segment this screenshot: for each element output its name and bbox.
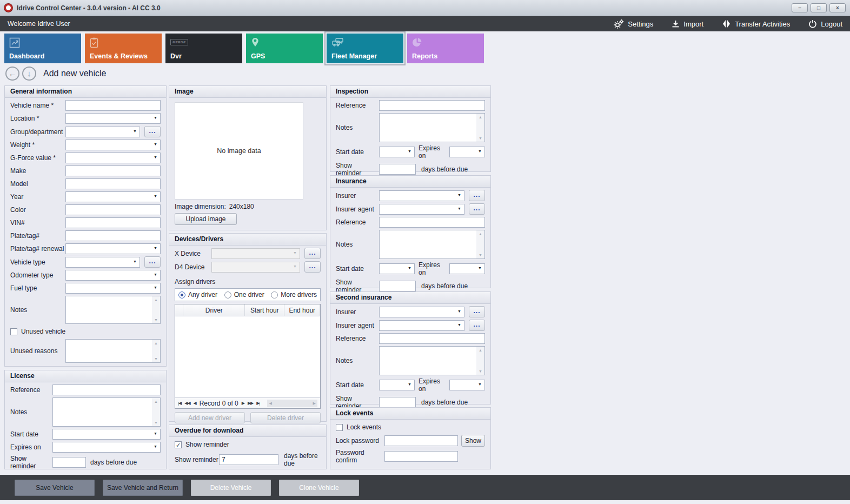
tab-reports[interactable]: Reports	[407, 34, 484, 63]
next-page-button[interactable]: ▶▶	[248, 401, 253, 406]
second-insurance-reference-field[interactable]	[379, 333, 485, 344]
tab-gps[interactable]: GPS	[246, 34, 323, 63]
lock-password-field[interactable]	[384, 435, 458, 446]
radio-more-drivers[interactable]: More drivers	[271, 291, 317, 299]
odometer-type-dropdown[interactable]	[65, 270, 161, 281]
vehicle-name-field[interactable]	[65, 100, 161, 111]
scrollbar[interactable]: ▲▼	[476, 114, 484, 142]
vehicle-type-browse-button[interactable]: ...	[144, 256, 161, 268]
year-dropdown[interactable]	[65, 191, 161, 202]
insurer-agent-dropdown[interactable]	[379, 204, 464, 215]
scroll-down-icon[interactable]: ▼	[154, 357, 158, 361]
scrollbar[interactable]: ▲▼	[476, 347, 484, 375]
weight-dropdown[interactable]	[65, 140, 161, 150]
license-expires-dropdown[interactable]	[52, 442, 161, 453]
radio-one-driver[interactable]: One driver	[224, 291, 264, 299]
scroll-down-icon[interactable]: ▼	[479, 136, 482, 140]
scroll-down-icon[interactable]: ▼	[154, 318, 158, 322]
lock-events-checkbox[interactable]	[336, 424, 343, 431]
add-new-driver-button[interactable]: Add new driver	[175, 412, 245, 423]
vehicle-type-dropdown[interactable]	[65, 257, 140, 268]
save-vehicle-return-button[interactable]: Save Vehicle and Return	[103, 480, 183, 496]
prev-page-button[interactable]: ◀◀	[184, 401, 190, 406]
model-field[interactable]	[65, 178, 161, 189]
inspection-reminder-field[interactable]	[379, 164, 416, 175]
logout-button[interactable]: Logout	[808, 19, 842, 28]
tab-fleet-manager[interactable]: Fleet Manager	[327, 34, 403, 63]
scroll-up-icon[interactable]: ▲	[154, 400, 158, 403]
color-field[interactable]	[65, 204, 161, 215]
scroll-up-icon[interactable]: ▲	[479, 115, 482, 119]
location-dropdown[interactable]	[65, 113, 161, 124]
scroll-up-icon[interactable]: ▲	[479, 232, 482, 236]
x-device-browse-button[interactable]: ...	[304, 248, 321, 259]
tab-dvr[interactable]: MERGE Dvr	[165, 34, 242, 63]
inspection-reference-field[interactable]	[379, 100, 485, 111]
last-record-button[interactable]: ▶|	[256, 401, 260, 406]
inspection-expires-dropdown[interactable]	[449, 147, 485, 157]
plate-tag-field[interactable]	[65, 230, 161, 241]
license-notes-textarea[interactable]: ▲▼	[52, 397, 161, 427]
unused-vehicle-checkbox[interactable]	[10, 328, 17, 335]
password-confirm-field[interactable]	[384, 451, 458, 462]
second-insurer-dropdown[interactable]	[379, 307, 464, 317]
insurance-reference-field[interactable]	[379, 217, 485, 228]
scrollbar[interactable]: ▲▼	[476, 230, 484, 258]
radio-any-driver[interactable]: Any driver	[178, 291, 217, 299]
fuel-type-dropdown[interactable]	[65, 283, 161, 294]
save-vehicle-button[interactable]: Save Vehicle	[15, 480, 95, 496]
license-reminder-field[interactable]	[52, 457, 86, 468]
second-insurer-agent-browse-button[interactable]: ...	[469, 320, 485, 331]
close-button[interactable]: ×	[829, 3, 846, 12]
second-insurance-reminder-field[interactable]	[379, 397, 416, 408]
scroll-right-icon[interactable]: ▶	[313, 401, 316, 406]
insurer-browse-button[interactable]: ...	[469, 190, 485, 201]
inspection-notes-textarea[interactable]: ▲▼	[379, 113, 485, 142]
second-insurance-start-date-dropdown[interactable]	[379, 380, 415, 390]
insurer-dropdown[interactable]	[379, 190, 464, 201]
driver-column-header[interactable]: Driver	[183, 304, 245, 316]
transfer-activities-button[interactable]: Transfer Activities	[722, 19, 790, 28]
scroll-down-icon[interactable]: ▼	[154, 421, 158, 425]
vin-field[interactable]	[65, 217, 161, 228]
second-insurer-browse-button[interactable]: ...	[469, 306, 485, 317]
scroll-left-icon[interactable]: ◀	[269, 401, 271, 406]
unused-reasons-textarea[interactable]: ▲▼	[65, 339, 161, 363]
insurance-notes-textarea[interactable]: ▲▼	[379, 230, 485, 259]
maximize-button[interactable]: □	[811, 3, 827, 12]
drivers-grid-body[interactable]	[175, 316, 320, 397]
delete-driver-button[interactable]: Delete driver	[250, 412, 321, 423]
tab-events-reviews[interactable]: Events & Reviews	[85, 34, 162, 63]
insurance-start-date-dropdown[interactable]	[379, 263, 415, 274]
insurance-reminder-field[interactable]	[379, 281, 416, 291]
insurer-agent-browse-button[interactable]: ...	[469, 203, 485, 215]
scroll-up-icon[interactable]: ▲	[479, 348, 482, 352]
next-record-button[interactable]: ▶	[242, 401, 244, 406]
inspection-start-date-dropdown[interactable]	[379, 147, 415, 157]
scroll-down-icon[interactable]: ▼	[479, 253, 482, 257]
scrollbar[interactable]: ▲▼	[152, 398, 160, 426]
overdue-reminder-field[interactable]	[219, 454, 278, 465]
scroll-up-icon[interactable]: ▲	[154, 298, 158, 302]
minimize-button[interactable]: –	[792, 3, 808, 12]
collapse-button[interactable]: ↓	[22, 67, 36, 81]
group-department-dropdown[interactable]	[65, 127, 140, 137]
gforce-dropdown[interactable]	[65, 152, 161, 163]
prev-record-button[interactable]: ◀	[194, 401, 196, 406]
show-password-button[interactable]: Show	[461, 435, 485, 447]
delete-vehicle-button[interactable]: Delete Vehicle	[191, 480, 271, 496]
plate-renewal-dropdown[interactable]	[65, 243, 161, 254]
license-reference-field[interactable]	[52, 384, 161, 395]
scroll-down-icon[interactable]: ▼	[479, 369, 482, 373]
scrollbar[interactable]: ▲▼	[152, 296, 160, 323]
second-insurance-notes-textarea[interactable]: ▲▼	[379, 346, 485, 375]
horizontal-scrollbar[interactable]: ◀▶	[267, 400, 317, 407]
tab-dashboard[interactable]: Dashboard	[4, 34, 81, 63]
insurance-expires-dropdown[interactable]	[449, 263, 485, 274]
end-hour-column-header[interactable]: End hour	[284, 304, 320, 316]
second-insurance-expires-dropdown[interactable]	[449, 380, 485, 390]
settings-button[interactable]: Settings	[614, 19, 653, 29]
clone-vehicle-button[interactable]: Clone Vehicle	[279, 480, 359, 496]
first-record-button[interactable]: |◀	[178, 401, 181, 406]
d4-device-browse-button[interactable]: ...	[304, 261, 321, 273]
